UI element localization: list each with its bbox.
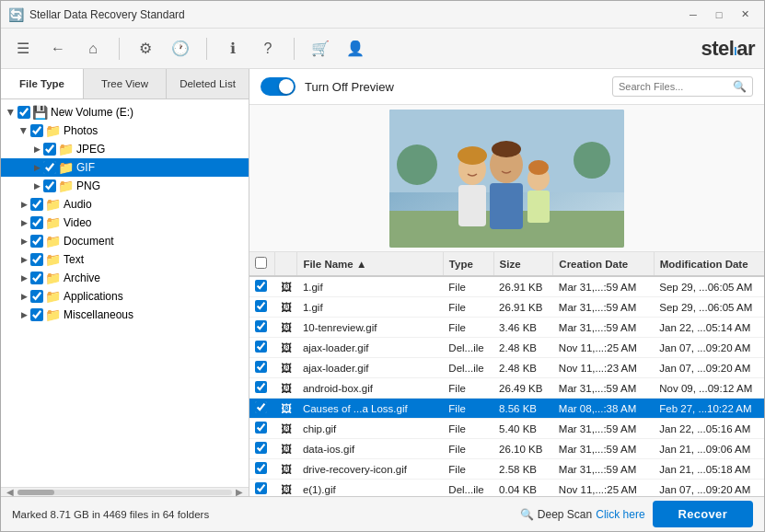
recover-button[interactable]: Recover — [653, 501, 753, 527]
tree-item-photos[interactable]: ▶ 📁 Photos — [1, 121, 249, 140]
info-button[interactable]: ℹ — [220, 36, 246, 62]
tree-arrow-jpeg[interactable]: ▶ — [30, 143, 43, 156]
close-button[interactable]: ✕ — [733, 6, 757, 24]
tree-item-png[interactable]: ▶ 📁 PNG — [1, 177, 249, 195]
row-checkbox[interactable] — [255, 320, 267, 332]
table-row[interactable]: 🖼 1.gif File 26.91 KB Mar 31,...:59 AM S… — [249, 276, 764, 297]
tree-label-gif: GIF — [76, 161, 95, 174]
table-row[interactable]: 🖼 chip.gif File 5.40 KB Mar 31,...:59 AM… — [249, 419, 764, 439]
header-checkbox[interactable] — [249, 252, 275, 276]
tree-cb-png[interactable] — [43, 179, 56, 192]
row-checkbox-cell[interactable] — [249, 297, 275, 318]
scroll-left-arrow[interactable]: ◀ — [3, 488, 17, 497]
row-checkbox-cell[interactable] — [249, 378, 275, 399]
tree-item-applications[interactable]: ▶ 📁 Applications — [1, 287, 249, 306]
row-checkbox[interactable] — [255, 442, 267, 454]
tree-cb-jpeg[interactable] — [43, 143, 56, 156]
tree-item-miscellaneous[interactable]: ▶ 📁 Miscellaneous — [1, 306, 249, 324]
tree-cb-applications[interactable] — [30, 290, 43, 303]
tree-arrow-applications[interactable]: ▶ — [17, 290, 30, 303]
row-checkbox-cell[interactable] — [249, 439, 275, 459]
home-button[interactable]: ⌂ — [80, 36, 106, 62]
header-modification-date[interactable]: Modification Date — [654, 252, 764, 276]
user-button[interactable]: 👤 — [342, 36, 368, 62]
row-checkbox-cell[interactable] — [249, 338, 275, 358]
tree-cb-archive[interactable] — [30, 272, 43, 284]
row-checkbox[interactable] — [255, 300, 267, 312]
row-checkbox-cell[interactable] — [249, 276, 275, 297]
menu-button[interactable]: ☰ — [10, 36, 36, 62]
tree-cb-gif[interactable] — [43, 161, 56, 174]
tab-tree-view[interactable]: Tree View — [84, 69, 167, 98]
settings-button[interactable]: ⚙ — [133, 36, 158, 62]
header-creation-date[interactable]: Creation Date — [553, 252, 654, 276]
row-checkbox[interactable] — [255, 341, 267, 353]
scroll-thumb[interactable] — [17, 490, 54, 495]
help-button[interactable]: ? — [255, 36, 281, 62]
tree-cb-photos[interactable] — [30, 124, 43, 137]
select-all-checkbox[interactable] — [255, 257, 267, 269]
tree-arrow-text[interactable]: ▶ — [17, 253, 30, 266]
tree-item-audio[interactable]: ▶ 📁 Audio — [1, 195, 249, 214]
row-checkbox-cell[interactable] — [249, 419, 275, 439]
header-type[interactable]: Type — [443, 252, 493, 276]
tree-cb-audio[interactable] — [30, 198, 43, 211]
tree-cb-text[interactable] — [30, 253, 43, 266]
tree-arrow-document[interactable]: ▶ — [17, 235, 30, 248]
tree-arrow-miscellaneous[interactable]: ▶ — [17, 308, 30, 321]
tree-cb-document[interactable] — [30, 235, 43, 248]
table-row[interactable]: 🖼 1.gif File 26.91 KB Mar 31,...:59 AM S… — [249, 297, 764, 318]
row-checkbox[interactable] — [255, 381, 267, 393]
tree-arrow-photos[interactable]: ▶ — [17, 124, 30, 137]
tree-arrow-new-volume[interactable]: ▶ — [5, 106, 17, 119]
tree-item-text[interactable]: ▶ 📁 Text — [1, 250, 249, 269]
row-checkbox[interactable] — [255, 401, 267, 413]
row-checkbox[interactable] — [255, 280, 267, 292]
deep-scan-link[interactable]: Click here — [596, 508, 644, 521]
tree-item-archive[interactable]: ▶ 📁 Archive — [1, 269, 249, 287]
row-checkbox-cell[interactable] — [249, 459, 275, 480]
tree-item-video[interactable]: ▶ 📁 Video — [1, 214, 249, 232]
tree-cb-new-volume[interactable] — [17, 106, 30, 119]
table-row[interactable]: 🖼 drive-recovery-icon.gif File 2.58 KB M… — [249, 459, 764, 480]
tree-arrow-gif[interactable]: ▶ — [30, 161, 43, 174]
tree-item-jpeg[interactable]: ▶ 📁 JPEG — [1, 140, 249, 158]
cart-button[interactable]: 🛒 — [307, 36, 333, 62]
row-checkbox[interactable] — [255, 422, 267, 434]
search-input[interactable] — [619, 81, 729, 92]
header-size[interactable]: Size — [493, 252, 553, 276]
tree-arrow-archive[interactable]: ▶ — [17, 272, 30, 284]
preview-toggle[interactable] — [261, 77, 296, 96]
tree-item-new-volume[interactable]: ▶ 💾 New Volume (E:) — [1, 103, 249, 121]
row-checkbox[interactable] — [255, 462, 267, 474]
tab-file-type[interactable]: File Type — [1, 69, 84, 98]
row-checkbox-cell[interactable] — [249, 358, 275, 378]
tree-arrow-audio[interactable]: ▶ — [17, 198, 30, 211]
table-row[interactable]: 🖼 android-box.gif File 26.49 KB Mar 31,.… — [249, 378, 764, 399]
tree-arrow-video[interactable]: ▶ — [17, 216, 30, 229]
tree-item-document[interactable]: ▶ 📁 Document — [1, 232, 249, 250]
maximize-button[interactable]: □ — [707, 6, 731, 24]
header-file-name[interactable]: File Name ▲ — [297, 252, 443, 276]
row-checkbox-cell[interactable] — [249, 318, 275, 338]
back-button[interactable]: ← — [45, 36, 71, 62]
row-checkbox-cell[interactable] — [249, 480, 275, 497]
tree-arrow-png[interactable]: ▶ — [30, 179, 43, 192]
tree-item-gif[interactable]: ▶ 📁 GIF — [1, 158, 249, 177]
table-row[interactable]: 🖼 data-ios.gif File 26.10 KB Mar 31,...:… — [249, 439, 764, 459]
scroll-right-arrow[interactable]: ▶ — [232, 488, 247, 497]
table-row[interactable]: 🖼 e(1).gif Del...ile 0.04 KB Nov 11,...:… — [249, 480, 764, 497]
row-checkbox-cell[interactable] — [249, 399, 275, 419]
horizontal-scrollbar[interactable]: ◀ ▶ — [1, 487, 249, 496]
tree-cb-video[interactable] — [30, 216, 43, 229]
tab-deleted-list[interactable]: Deleted List — [167, 69, 249, 98]
row-checkbox[interactable] — [255, 482, 267, 494]
row-checkbox[interactable] — [255, 361, 267, 373]
table-row[interactable]: 🖼 ajax-loader.gif Del...ile 2.48 KB Nov … — [249, 338, 764, 358]
table-row[interactable]: 🖼 10-tenreview.gif File 3.46 KB Mar 31,.… — [249, 318, 764, 338]
tree-cb-miscellaneous[interactable] — [30, 308, 43, 321]
history-button[interactable]: 🕐 — [168, 36, 193, 62]
table-row[interactable]: 🖼 ajax-loader.gif Del...ile 2.48 KB Nov … — [249, 358, 764, 378]
table-row[interactable]: 🖼 Causes of ...a Loss.gif File 8.56 KB M… — [249, 399, 764, 419]
minimize-button[interactable]: ─ — [681, 6, 705, 24]
